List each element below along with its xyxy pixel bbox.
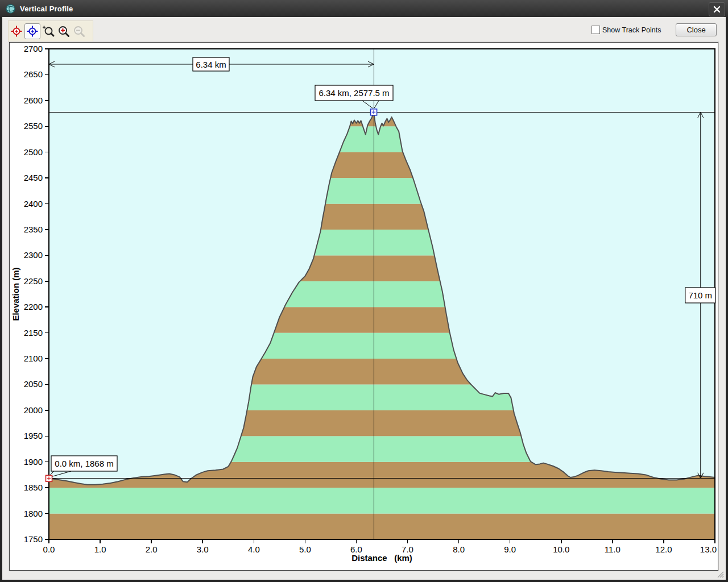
track-cursor-blue-button[interactable] <box>24 23 40 39</box>
svg-text:10.0: 10.0 <box>553 544 569 554</box>
svg-text:5.0: 5.0 <box>299 544 311 554</box>
svg-text:2250: 2250 <box>24 276 43 286</box>
svg-text:2650: 2650 <box>24 69 43 79</box>
zoom-select-icon <box>42 24 55 38</box>
track-cursor-red-button[interactable] <box>9 24 24 39</box>
cursor-callout-label: 6.34 km, 2577.5 m <box>318 88 389 98</box>
window-close-button[interactable] <box>709 2 725 16</box>
elevation-profile-chart[interactable]: 2700265026002550250024502400235023002250… <box>10 43 717 569</box>
x-axis-title: Distance (km) <box>351 553 412 563</box>
svg-text:2700: 2700 <box>24 44 43 53</box>
chart-panel: 2700265026002550250024502400235023002250… <box>9 42 718 571</box>
title-bar[interactable]: Vertical Profile <box>0 0 728 17</box>
resize-grip[interactable] <box>715 569 724 578</box>
track-cursor-blue-icon <box>26 24 39 38</box>
app-icon <box>6 4 15 14</box>
svg-text:2200: 2200 <box>24 302 43 311</box>
start-marker <box>46 475 52 481</box>
svg-text:1750: 1750 <box>24 534 43 544</box>
svg-text:2150: 2150 <box>24 328 43 338</box>
svg-text:3.0: 3.0 <box>197 544 209 554</box>
show-track-points-row[interactable]: Show Track Points <box>592 26 661 34</box>
svg-text:1.0: 1.0 <box>94 544 106 554</box>
show-track-points-label: Show Track Points <box>602 26 661 34</box>
zoom-out-icon <box>72 24 86 38</box>
track-cursor-red-icon <box>10 24 23 38</box>
svg-text:2350: 2350 <box>24 225 43 234</box>
svg-text:12.0: 12.0 <box>655 544 672 554</box>
svg-text:2.0: 2.0 <box>146 544 158 554</box>
start-callout-label: 0.0 km, 1868 m <box>55 459 113 468</box>
resize-grip-icon <box>715 569 724 578</box>
window-body: Show Track Points Close 2700265026002550… <box>2 17 726 580</box>
svg-text:9.0: 9.0 <box>504 544 516 554</box>
svg-text:1900: 1900 <box>24 457 43 467</box>
zoom-out-button[interactable] <box>72 24 86 39</box>
close-button[interactable]: Close <box>676 23 717 36</box>
zoom-in-icon <box>57 24 71 38</box>
svg-text:2050: 2050 <box>24 379 43 389</box>
y-axis-title: Elevation (m) <box>11 267 20 321</box>
height-arrow-label: 710 m <box>688 290 712 300</box>
show-track-points-checkbox[interactable] <box>592 26 600 34</box>
toolbar <box>8 20 93 42</box>
distance-arrow-label: 6.34 km <box>196 60 226 69</box>
svg-text:2500: 2500 <box>24 147 43 157</box>
svg-text:13.0: 13.0 <box>700 544 717 554</box>
svg-text:2600: 2600 <box>24 95 43 105</box>
svg-text:8.0: 8.0 <box>453 544 465 554</box>
window-title: Vertical Profile <box>20 5 73 13</box>
svg-text:0.0: 0.0 <box>43 544 55 554</box>
zoom-in-button[interactable] <box>56 24 71 39</box>
svg-text:2400: 2400 <box>24 199 43 209</box>
svg-text:1850: 1850 <box>24 483 43 492</box>
svg-text:2000: 2000 <box>24 405 43 415</box>
cursor-marker <box>371 109 377 115</box>
svg-text:1800: 1800 <box>24 509 43 518</box>
svg-text:4.0: 4.0 <box>248 544 260 554</box>
zoom-select-button[interactable] <box>41 24 56 39</box>
svg-text:2450: 2450 <box>24 173 43 182</box>
svg-text:2550: 2550 <box>24 121 43 131</box>
svg-text:11.0: 11.0 <box>605 544 621 554</box>
svg-text:2300: 2300 <box>24 250 43 260</box>
close-icon <box>713 6 721 13</box>
svg-text:1950: 1950 <box>24 431 43 440</box>
svg-text:2100: 2100 <box>24 354 43 363</box>
vertical-profile-window: Vertical Profile <box>0 0 728 582</box>
